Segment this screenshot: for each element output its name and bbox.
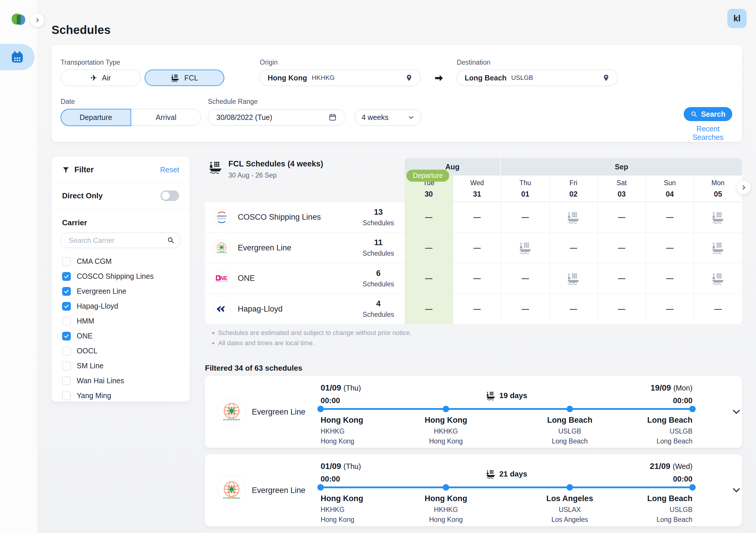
carrier-option-hmm[interactable]: HMM xyxy=(62,314,179,328)
arrival-block: 19/09(Mon) 00:00 xyxy=(651,383,692,405)
schedule-cell[interactable]: — xyxy=(646,263,694,294)
expand-card-chevron[interactable] xyxy=(731,485,742,495)
schedule-cell[interactable]: — xyxy=(501,202,549,233)
schedule-cell[interactable]: — xyxy=(646,294,694,324)
sidebar-item-schedules[interactable] xyxy=(0,44,35,70)
schedule-cell[interactable]: — xyxy=(501,233,549,263)
user-avatar[interactable]: kl xyxy=(727,9,747,28)
calendar-spacer xyxy=(205,158,405,175)
day-header: Sun04 xyxy=(646,175,694,202)
air-type-label: Air xyxy=(102,74,111,82)
checkbox[interactable] xyxy=(62,302,71,311)
checkbox[interactable] xyxy=(62,317,71,326)
carrier-option-sm-line[interactable]: SM Line xyxy=(62,358,179,373)
carrier-option-evergreen[interactable]: Evergreen Line xyxy=(62,284,179,299)
search-button[interactable]: Search xyxy=(684,107,732,121)
checkbox[interactable] xyxy=(62,257,71,266)
origin-field[interactable]: Hong Kong HKHKG xyxy=(260,70,421,86)
checkbox[interactable] xyxy=(62,362,71,370)
schedule-cell[interactable]: — xyxy=(646,233,694,263)
filter-panel: Filter Reset Direct Only Carrier CMA CGM… xyxy=(52,157,190,402)
range-select[interactable]: 4 weeks xyxy=(354,109,421,125)
schedule-card[interactable]: Evergreen Line 01/09(Thu) 00:00 19 days … xyxy=(205,376,742,448)
ship-icon xyxy=(171,73,179,82)
fcl-type-button[interactable]: FCL xyxy=(145,70,224,86)
carrier-option-one[interactable]: ONE xyxy=(62,328,179,343)
chevron-down-icon xyxy=(408,114,414,120)
departure-option[interactable]: Departure xyxy=(61,109,131,126)
reset-filters-link[interactable]: Reset xyxy=(160,165,179,174)
schedule-cell[interactable]: — xyxy=(405,233,453,263)
calendar-next-button[interactable] xyxy=(737,181,751,194)
schedule-cell[interactable]: — xyxy=(694,233,742,263)
air-type-button[interactable]: ✈ Air xyxy=(61,70,141,86)
one-logo xyxy=(213,270,230,287)
sidebar-expand-button[interactable] xyxy=(30,13,44,27)
schedule-cell[interactable]: — xyxy=(549,202,598,233)
funnel-icon xyxy=(62,166,70,174)
schedule-cell[interactable]: — xyxy=(597,202,646,233)
origin-label: Origin xyxy=(260,59,278,66)
recent-searches-link[interactable]: Recent Searches xyxy=(683,125,733,141)
schedule-count: 11 Schedules xyxy=(363,238,394,257)
carrier-option-yang-ming[interactable]: Yang Ming xyxy=(62,388,179,403)
schedule-cell[interactable]: — xyxy=(405,263,453,294)
carrier-search-input[interactable] xyxy=(60,233,181,248)
search-icon xyxy=(690,111,697,117)
carrier-option-hapag-lloyd[interactable]: Hapag-Lloyd xyxy=(62,299,179,314)
date-input[interactable] xyxy=(208,109,345,125)
route-dot xyxy=(443,484,449,491)
route-dot xyxy=(317,484,324,491)
route-stop: Long Beach USLGB Long Beach xyxy=(647,416,692,445)
schedule-cell[interactable]: — xyxy=(549,263,598,294)
expand-card-chevron[interactable] xyxy=(731,407,742,417)
checkbox[interactable] xyxy=(62,376,71,385)
departure-badge: Departure xyxy=(406,170,449,182)
route-stop: Los Angeles USLAX Los Angeles xyxy=(546,494,593,524)
transit-duration: 21 days xyxy=(321,469,692,479)
route-stop: Hong Kong HKHKG Hong Kong xyxy=(424,416,467,445)
carrier-option-cosco[interactable]: COSCO Shipping Lines xyxy=(62,269,179,284)
search-form-card: Transportation Type ✈ Air FCL Origin Hon… xyxy=(52,45,742,142)
schedule-cell[interactable]: — xyxy=(694,202,742,233)
schedule-cell[interactable]: — xyxy=(453,233,501,263)
schedule-cell[interactable]: — xyxy=(646,202,694,233)
fcl-type-label: FCL xyxy=(184,74,198,82)
carrier-row-evergreen: Evergreen Line 11 Schedules xyxy=(205,233,405,263)
ship-icon xyxy=(567,272,580,285)
calendar-notes: Schedules are estimated and subject to c… xyxy=(218,329,411,350)
checkbox[interactable] xyxy=(62,287,71,296)
schedule-cell[interactable]: — xyxy=(597,294,646,324)
direct-only-toggle[interactable] xyxy=(160,190,179,201)
arrival-option[interactable]: Arrival xyxy=(131,109,201,125)
schedule-card[interactable]: Evergreen Line 01/09(Thu) 00:00 21 days … xyxy=(205,454,742,526)
schedule-cell[interactable]: — xyxy=(694,263,742,294)
route-line xyxy=(321,408,692,410)
schedule-cell[interactable]: — xyxy=(405,294,453,324)
carrier-option-oocl[interactable]: OOCL xyxy=(62,343,179,358)
schedule-cell[interactable]: — xyxy=(597,263,646,294)
checkbox[interactable] xyxy=(62,332,71,341)
checkbox[interactable] xyxy=(62,347,71,355)
range-value: 4 weeks xyxy=(362,113,389,122)
schedule-count: 6 Schedules xyxy=(363,269,394,288)
schedule-cell[interactable]: — xyxy=(597,233,646,263)
checkbox[interactable] xyxy=(62,392,71,400)
carrier-option-cma-cgm[interactable]: CMA CGM xyxy=(62,254,179,269)
route-stop: Long Beach USLGB Long Beach xyxy=(647,494,692,524)
destination-field[interactable]: Long Beach USLGB xyxy=(457,70,618,86)
schedule-cell[interactable]: — xyxy=(549,294,598,324)
schedule-cell[interactable]: — xyxy=(453,294,501,324)
route-dot xyxy=(689,484,696,491)
schedule-cell[interactable]: — xyxy=(549,233,598,263)
schedule-cell[interactable]: — xyxy=(501,263,549,294)
schedule-cell[interactable]: — xyxy=(453,263,501,294)
evergreen-logo xyxy=(217,476,246,504)
carrier-option-wan-hai[interactable]: Wan Hai Lines xyxy=(62,373,179,388)
schedule-cell[interactable]: — xyxy=(405,202,453,233)
checkbox[interactable] xyxy=(62,272,71,281)
schedule-cell[interactable]: — xyxy=(501,294,549,324)
schedule-cell[interactable]: — xyxy=(694,294,742,324)
schedule-cell[interactable]: — xyxy=(453,202,501,233)
plane-icon: ✈ xyxy=(90,73,97,83)
